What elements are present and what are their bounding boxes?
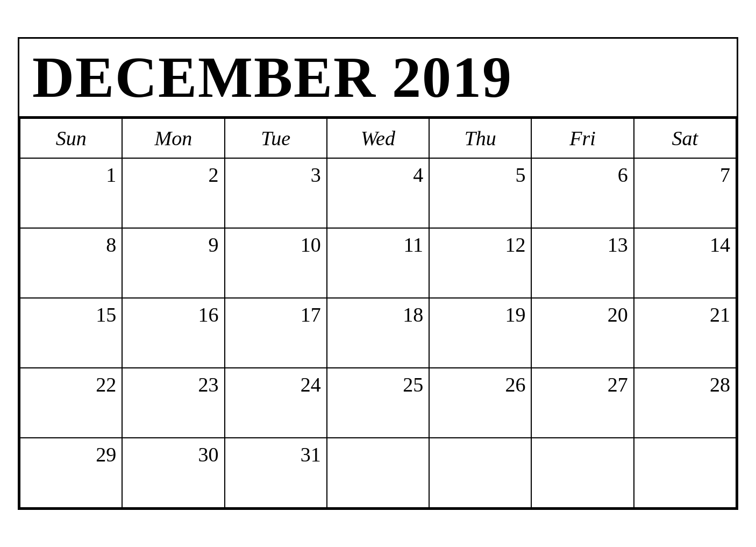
calendar-day: 29 <box>20 438 122 508</box>
week-row-1: 1234567 <box>20 158 736 228</box>
calendar-day: 20 <box>531 298 633 368</box>
calendar-day: 15 <box>20 298 122 368</box>
header-sun: Sun <box>20 118 122 158</box>
calendar-day: 17 <box>225 298 327 368</box>
day-header-row: Sun Mon Tue Wed Thu Fri Sat <box>20 118 736 158</box>
calendar-day <box>634 438 736 508</box>
calendar-day: 13 <box>531 228 633 298</box>
calendar-day: 25 <box>327 368 429 438</box>
calendar-day: 28 <box>634 368 736 438</box>
calendar-day: 16 <box>122 298 224 368</box>
calendar-day <box>429 438 531 508</box>
calendar-day <box>531 438 633 508</box>
calendar-day <box>327 438 429 508</box>
header-sat: Sat <box>634 118 736 158</box>
calendar-day: 11 <box>327 228 429 298</box>
calendar-day: 2 <box>122 158 224 228</box>
header-mon: Mon <box>122 118 224 158</box>
calendar-day: 4 <box>327 158 429 228</box>
calendar-day: 23 <box>122 368 224 438</box>
calendar-day: 3 <box>225 158 327 228</box>
calendar-day: 22 <box>20 368 122 438</box>
calendar-day: 10 <box>225 228 327 298</box>
calendar-container: DECEMBER 2019 Sun Mon Tue Wed Thu Fri Sa… <box>18 37 738 510</box>
calendar-title: DECEMBER 2019 <box>32 48 724 106</box>
week-row-4: 22232425262728 <box>20 368 736 438</box>
calendar-day: 24 <box>225 368 327 438</box>
calendar-day: 9 <box>122 228 224 298</box>
week-row-2: 891011121314 <box>20 228 736 298</box>
calendar-day: 21 <box>634 298 736 368</box>
calendar-day: 31 <box>225 438 327 508</box>
header-tue: Tue <box>225 118 327 158</box>
calendar-day: 8 <box>20 228 122 298</box>
calendar-day: 27 <box>531 368 633 438</box>
calendar-day: 26 <box>429 368 531 438</box>
week-row-5: 293031 <box>20 438 736 508</box>
calendar-day: 19 <box>429 298 531 368</box>
calendar-header: DECEMBER 2019 <box>19 39 737 118</box>
calendar-grid: Sun Mon Tue Wed Thu Fri Sat 123456789101… <box>19 118 737 508</box>
calendar-day: 5 <box>429 158 531 228</box>
header-fri: Fri <box>531 118 633 158</box>
calendar-day: 12 <box>429 228 531 298</box>
week-row-3: 15161718192021 <box>20 298 736 368</box>
calendar-body: 1234567891011121314151617181920212223242… <box>20 158 736 508</box>
calendar-day: 6 <box>531 158 633 228</box>
calendar-day: 7 <box>634 158 736 228</box>
calendar-day: 30 <box>122 438 224 508</box>
header-wed: Wed <box>327 118 429 158</box>
calendar-day: 18 <box>327 298 429 368</box>
calendar-day: 1 <box>20 158 122 228</box>
header-thu: Thu <box>429 118 531 158</box>
calendar-day: 14 <box>634 228 736 298</box>
